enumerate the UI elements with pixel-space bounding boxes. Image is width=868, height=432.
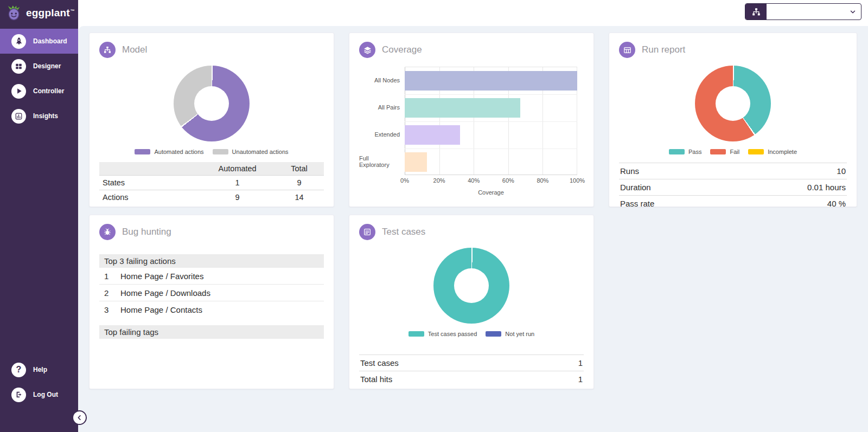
axis-tick-label: Extended: [359, 121, 405, 148]
bar-row: [405, 121, 577, 149]
card-title: Bug hunting: [122, 227, 171, 237]
coverage-x-axis-ticks: 0% 20% 40% 60% 80% 100%: [405, 177, 577, 185]
bar-row: [405, 149, 577, 176]
legend-item: Test cases passed: [409, 331, 477, 337]
sidebar-item-label: Controller: [33, 87, 64, 95]
axis-tick-label: 0%: [400, 177, 409, 184]
coverage-y-axis-labels: All Nodes All Pairs Extended Full Explor…: [359, 67, 405, 175]
legend-item: Incomplete: [748, 149, 797, 155]
run-report-legend: Pass Fail Incomplete: [619, 149, 847, 155]
column-header: Total: [275, 162, 324, 176]
model-tree-icon: [745, 4, 767, 20]
rank: 1: [104, 272, 120, 281]
sidebar-item-label: Dashboard: [33, 37, 67, 45]
failing-action-label: Home Page / Favorites: [120, 272, 203, 281]
sidebar: eggplant™ Dashboard: [0, 0, 78, 432]
axis-tick-label: 60%: [502, 177, 514, 184]
bug-icon: [99, 224, 116, 240]
test-cases-card-header: Test cases: [359, 224, 584, 240]
cell-value: 9: [275, 176, 324, 190]
legend-label: Automated actions: [154, 149, 203, 155]
legend-item: Not yet run: [486, 331, 534, 337]
failing-action-label: Home Page / Contacts: [120, 305, 202, 314]
eggplant-dashboard-app: eggplant™ Dashboard: [0, 0, 868, 432]
card-title: Test cases: [382, 227, 425, 237]
rank: 2: [104, 288, 120, 298]
table-row: States 1 9: [99, 176, 324, 190]
cards-row-2: Bug hunting Top 3 failing actions 1 Home…: [89, 215, 857, 389]
failing-action-row: 3 Home Page / Contacts: [99, 301, 324, 318]
legend-label: Incomplete: [768, 149, 797, 155]
bar-row: [405, 67, 577, 94]
failing-action-label: Home Page / Downloads: [120, 288, 210, 298]
legend-swatch: [486, 331, 501, 337]
coverage-bars: [405, 67, 577, 175]
sidebar-item-label: Insights: [33, 112, 58, 120]
stat-value: 1: [552, 371, 584, 388]
coverage-card: Coverage All Nodes All Pairs Extended Fu…: [349, 33, 594, 207]
legend-label: Test cases passed: [428, 331, 477, 337]
run-report-donut-chart: [695, 66, 771, 141]
logout-icon: [11, 388, 26, 402]
coverage-bar-all-pairs: [405, 98, 520, 118]
sidebar-footer: ? Help Log Out: [0, 357, 78, 407]
axis-tick-label: Full Exploratory: [359, 148, 405, 175]
card-title: Model: [122, 44, 147, 55]
stat-label: Runs: [619, 163, 727, 179]
sidebar-item-controller[interactable]: Controller: [0, 79, 78, 104]
sidebar-item-label: Log Out: [33, 391, 58, 398]
test-cases-donut-chart: [433, 248, 509, 324]
legend-label: Unautomated actions: [232, 149, 289, 155]
list-icon: [359, 224, 375, 240]
designer-grid-icon: [11, 59, 26, 74]
legend-swatch: [135, 149, 150, 154]
card-title: Run report: [642, 44, 685, 55]
model-table: Automated Total States 1 9 Actions: [99, 162, 324, 204]
stat-label: Duration: [619, 179, 727, 196]
model-legend: Automated actions Unautomated actions: [99, 149, 324, 155]
failing-tags-header: Top failing tags: [99, 325, 324, 339]
failing-action-row: 2 Home Page / Downloads: [99, 285, 324, 301]
legend-label: Pass: [688, 149, 701, 155]
sidebar-collapse-button[interactable]: [72, 410, 87, 425]
dashboard-rocket-icon: [11, 34, 26, 49]
bar-row: [405, 94, 577, 121]
run-report-card-header: Run report: [619, 42, 847, 58]
sidebar-item-logout[interactable]: Log Out: [0, 382, 78, 407]
brand-logo: eggplant™: [0, 0, 78, 26]
column-header: Automated: [200, 162, 275, 176]
stat-row: Test cases 1: [359, 355, 584, 371]
column-header: [99, 162, 200, 176]
sidebar-item-dashboard[interactable]: Dashboard: [0, 29, 78, 54]
legend-swatch: [409, 331, 424, 337]
stat-row: Runs 10: [619, 163, 847, 179]
model-table-header-row: Automated Total: [99, 162, 324, 176]
coverage-bar-extended: [405, 125, 460, 145]
brand-name: eggplant™: [26, 7, 75, 19]
sidebar-item-label: Designer: [33, 62, 61, 70]
legend-item: Automated actions: [135, 149, 203, 155]
cell-value: 1: [200, 176, 275, 190]
suite-selector-value: [767, 4, 845, 20]
axis-tick-label: All Pairs: [359, 94, 405, 121]
dashboard-content: Model Automated actions Unautomated acti…: [78, 26, 868, 432]
run-report-card: Run report Pass Fail: [609, 33, 857, 207]
suite-selector-dropdown[interactable]: [745, 3, 861, 20]
model-tree-icon: [99, 42, 116, 58]
stat-value: 0.01 hours: [727, 179, 847, 196]
axis-tick-label: 80%: [537, 177, 548, 184]
legend-swatch: [669, 149, 685, 154]
test-cases-stats-table: Test cases 1 Total hits 1: [359, 354, 584, 387]
table-row: Actions 9 14: [99, 190, 324, 205]
sidebar-item-insights[interactable]: Insights: [0, 104, 78, 128]
legend-item: Unautomated actions: [213, 149, 289, 155]
sidebar-item-designer[interactable]: Designer: [0, 54, 78, 79]
coverage-x-axis-title: Coverage: [405, 189, 577, 196]
table-grid-icon: [619, 42, 635, 58]
legend-swatch: [213, 149, 228, 154]
cards-row-1: Model Automated actions Unautomated acti…: [89, 33, 857, 207]
sidebar-item-help[interactable]: ? Help: [0, 357, 78, 382]
coverage-bar-full-exploratory: [405, 152, 427, 172]
stat-row: Duration 0.01 hours: [619, 179, 847, 196]
stat-value: 40 %: [727, 196, 847, 212]
